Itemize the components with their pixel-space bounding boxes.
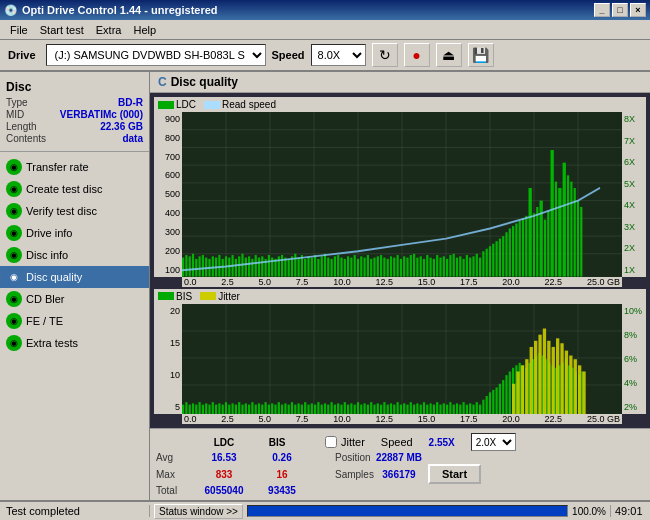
avg-label: Avg — [156, 452, 191, 463]
svg-rect-70 — [354, 255, 356, 277]
svg-rect-250 — [509, 371, 511, 414]
svg-rect-186 — [298, 403, 300, 414]
svg-rect-133 — [567, 175, 569, 276]
svg-rect-65 — [337, 255, 339, 277]
svg-rect-72 — [360, 256, 362, 276]
svg-rect-198 — [337, 403, 339, 414]
maximize-button[interactable]: □ — [612, 3, 628, 17]
eject-button[interactable]: ⏏ — [436, 43, 462, 67]
sidebar: Disc Type BD-R MID VERBATIMc (000) Lengt… — [0, 72, 150, 500]
svg-rect-111 — [489, 246, 491, 276]
verify-test-icon: ◉ — [6, 203, 22, 219]
sidebar-item-cd-bler[interactable]: ◉ CD Bler — [0, 288, 149, 310]
speed-select[interactable]: 8.0X — [311, 44, 366, 66]
bot-chart-svg — [182, 304, 622, 414]
svg-rect-156 — [199, 402, 201, 414]
svg-rect-209 — [373, 404, 375, 414]
svg-rect-278 — [534, 340, 537, 414]
svg-rect-195 — [327, 404, 329, 414]
svg-rect-170 — [245, 403, 247, 414]
sidebar-item-fe-te[interactable]: ◉ FE / TE — [0, 310, 149, 332]
disc-quality-icon: ◉ — [6, 269, 22, 285]
cd-bler-icon: ◉ — [6, 291, 22, 307]
status-window-button[interactable]: Status window >> — [154, 504, 243, 519]
svg-rect-181 — [281, 404, 283, 414]
close-button[interactable]: × — [630, 3, 646, 17]
svg-rect-164 — [225, 402, 227, 414]
progress-bar-background — [247, 505, 568, 517]
sidebar-item-extra-tests[interactable]: ◉ Extra tests — [0, 332, 149, 354]
menu-extra[interactable]: Extra — [90, 22, 128, 38]
svg-rect-202 — [350, 403, 352, 414]
svg-rect-247 — [499, 383, 501, 414]
svg-rect-85 — [403, 256, 405, 276]
max-label: Max — [156, 469, 191, 480]
speed-dropdown[interactable]: 2.0X — [471, 433, 516, 451]
bot-chart-main — [182, 304, 622, 414]
svg-rect-109 — [482, 251, 484, 276]
svg-rect-224 — [423, 402, 425, 414]
disc-contents-value: data — [122, 133, 143, 144]
sidebar-item-transfer-rate[interactable]: ◉ Transfer rate — [0, 156, 149, 178]
menu-starttest[interactable]: Start test — [34, 22, 90, 38]
menu-file[interactable]: File — [4, 22, 34, 38]
svg-rect-158 — [205, 403, 207, 414]
svg-rect-175 — [261, 404, 263, 414]
sidebar-label-disc-quality: Disc quality — [26, 271, 82, 283]
svg-rect-151 — [182, 404, 184, 414]
minimize-button[interactable]: _ — [594, 3, 610, 17]
read-speed-label: Read speed — [222, 99, 276, 110]
progress-percent: 100.0% — [572, 506, 606, 517]
save-button[interactable]: 💾 — [468, 43, 494, 67]
read-speed-color — [204, 101, 220, 109]
stats-bar: LDC BIS Jitter Speed 2.55X 2.0X Avg 16.5… — [150, 428, 650, 500]
svg-rect-75 — [370, 259, 372, 277]
bis-col-header: BIS — [257, 437, 297, 448]
disc-length-label: Length — [6, 121, 37, 132]
menu-help[interactable]: Help — [127, 22, 162, 38]
svg-rect-225 — [426, 404, 428, 414]
svg-rect-52 — [294, 254, 296, 277]
svg-rect-179 — [274, 404, 276, 414]
jitter-check-area: Jitter Speed 2.55X 2.0X — [325, 433, 516, 451]
position-area: Position 22887 MB — [335, 452, 424, 463]
svg-rect-93 — [430, 258, 432, 277]
titlebar-title: 💿 Opti Drive Control 1.44 - unregistered — [4, 4, 218, 17]
svg-rect-132 — [563, 163, 566, 277]
sidebar-item-disc-info[interactable]: ◉ Disc info — [0, 244, 149, 266]
stats-headers-row: LDC BIS Jitter Speed 2.55X 2.0X — [156, 433, 644, 451]
svg-rect-221 — [413, 404, 415, 414]
svg-rect-118 — [512, 226, 514, 277]
position-value: 22887 MB — [374, 452, 424, 463]
jitter-checkbox[interactable] — [325, 436, 337, 448]
bis-color — [158, 292, 174, 300]
drive-select[interactable]: (J:) SAMSUNG DVDWBD SH-B083L SB00 — [46, 44, 266, 66]
svg-rect-190 — [311, 403, 313, 414]
svg-rect-192 — [317, 402, 319, 414]
svg-rect-121 — [522, 218, 524, 276]
app-title: Opti Drive Control 1.44 - unregistered — [22, 4, 218, 16]
refresh-button[interactable]: ↻ — [372, 43, 398, 67]
svg-rect-61 — [324, 254, 326, 277]
svg-rect-183 — [288, 404, 290, 414]
svg-rect-125 — [536, 207, 538, 277]
svg-rect-110 — [486, 249, 488, 277]
sidebar-item-verify-test[interactable]: ◉ Verify test disc — [0, 200, 149, 222]
svg-rect-130 — [555, 182, 557, 277]
statusbar: Test completed Status window >> 100.0% 4… — [0, 500, 650, 520]
svg-rect-243 — [486, 396, 488, 414]
svg-rect-236 — [463, 402, 465, 414]
svg-rect-88 — [413, 254, 415, 277]
sidebar-item-create-test[interactable]: ◉ Create test disc — [0, 178, 149, 200]
svg-rect-220 — [410, 402, 412, 414]
start-button[interactable]: Start — [428, 464, 481, 484]
record-button[interactable]: ● — [404, 43, 430, 67]
sidebar-item-disc-quality[interactable]: ◉ Disc quality — [0, 266, 149, 288]
sidebar-label-extra-tests: Extra tests — [26, 337, 78, 349]
svg-rect-81 — [390, 256, 392, 276]
sidebar-item-drive-info[interactable]: ◉ Drive info — [0, 222, 149, 244]
sidebar-label-cd-bler: CD Bler — [26, 293, 65, 305]
sidebar-label-disc-info: Disc info — [26, 249, 68, 261]
svg-rect-162 — [218, 403, 220, 414]
create-test-icon: ◉ — [6, 181, 22, 197]
